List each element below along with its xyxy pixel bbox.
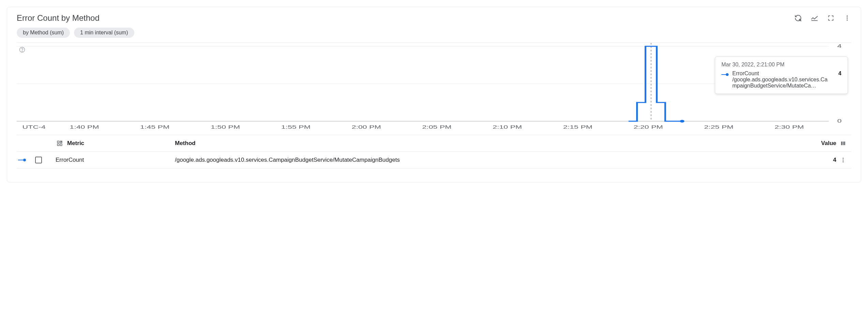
tooltip-value: 4	[838, 70, 841, 77]
group-by-chip[interactable]: by Method (sum)	[17, 28, 70, 38]
chart-panel: Error Count by Method	[7, 7, 861, 182]
svg-rect-17	[843, 142, 844, 145]
tooltip-timestamp: Mar 30, 2022, 2:21:00 PM	[721, 62, 841, 68]
legend-table: Metric Method Value ErrorCount /g	[17, 135, 851, 169]
help-icon[interactable]	[19, 46, 26, 54]
row-more-icon[interactable]	[836, 157, 850, 163]
svg-line-1	[800, 20, 801, 21]
x-tick: 1:50 PM	[211, 125, 240, 130]
svg-rect-15	[60, 144, 62, 146]
fullscreen-icon[interactable]	[827, 14, 835, 22]
svg-point-3	[847, 17, 848, 18]
row-method: /google.ads.googleads.v10.services.Campa…	[175, 157, 806, 163]
chart-area[interactable]: 4 2 0 UTC-4 1:40 PM 1:45 PM 1:50 PM 1:55…	[17, 43, 851, 135]
row-checkbox[interactable]	[35, 157, 42, 163]
panel-header: Error Count by Method	[7, 7, 861, 26]
metric-header: Metric	[67, 140, 84, 147]
table-header-row: Metric Method Value	[17, 135, 851, 152]
row-metric: ErrorCount	[56, 157, 84, 163]
svg-point-21	[843, 158, 844, 159]
series-swatch-icon	[18, 158, 26, 162]
tooltip-series-name: ErrorCount /google.ads.googleads.v10.ser…	[732, 70, 828, 89]
more-options-icon[interactable]	[843, 14, 851, 22]
svg-point-23	[843, 161, 844, 162]
value-header: Value	[806, 140, 836, 147]
x-tick: 2:05 PM	[422, 125, 451, 130]
table-row: ErrorCount /google.ads.googleads.v10.ser…	[17, 152, 851, 168]
x-tick: 2:25 PM	[704, 125, 733, 130]
legend-icon[interactable]	[810, 14, 819, 22]
metric-selector-icon[interactable]	[56, 140, 64, 146]
y-tick-0: 0	[837, 118, 842, 124]
svg-point-6	[22, 51, 22, 51]
svg-point-22	[843, 160, 844, 161]
x-tick: 1:40 PM	[70, 125, 99, 130]
x-tick: 1:45 PM	[140, 125, 169, 130]
svg-point-2	[847, 16, 848, 17]
columns-icon[interactable]	[836, 140, 850, 146]
tooltip-series-row: ErrorCount /google.ads.googleads.v10.ser…	[721, 70, 841, 89]
x-tick: 2:20 PM	[633, 125, 663, 130]
series-endpoint	[680, 120, 684, 123]
hover-tooltip: Mar 30, 2022, 2:21:00 PM ErrorCount /goo…	[715, 57, 848, 94]
method-header: Method	[175, 140, 806, 147]
panel-title: Error Count by Method	[17, 13, 100, 23]
x-tick: 2:00 PM	[351, 125, 381, 130]
x-tick: 2:15 PM	[563, 125, 593, 130]
x-tz: UTC-4	[23, 125, 46, 130]
panel-actions	[794, 14, 851, 22]
svg-rect-16	[841, 142, 842, 145]
svg-point-20	[23, 159, 26, 161]
interval-chip[interactable]: 1 min interval (sum)	[74, 28, 134, 38]
svg-rect-18	[844, 142, 845, 145]
svg-point-4	[847, 19, 848, 20]
filter-chips: by Method (sum) 1 min interval (sum)	[7, 26, 861, 43]
reset-zoom-icon[interactable]	[794, 14, 802, 22]
row-value: 4	[806, 157, 836, 163]
x-tick: 2:10 PM	[493, 125, 522, 130]
x-tick: 2:30 PM	[775, 125, 804, 130]
x-tick: 1:55 PM	[281, 125, 311, 130]
svg-rect-14	[57, 144, 59, 146]
y-tick-4: 4	[837, 44, 842, 49]
svg-point-11	[726, 73, 729, 76]
series-marker-icon	[721, 72, 729, 77]
svg-rect-12	[57, 141, 59, 143]
